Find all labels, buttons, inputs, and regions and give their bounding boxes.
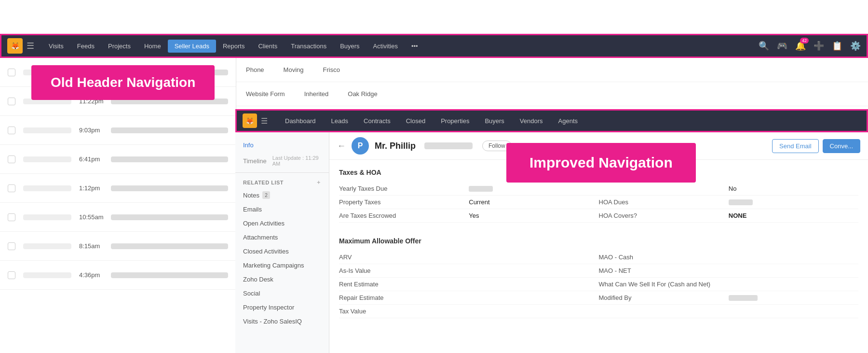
old-nav-seller-leads[interactable]: Seller Leads bbox=[168, 40, 216, 53]
repair-estimate-label: Repair Estimate bbox=[339, 294, 469, 301]
table-blur bbox=[111, 185, 228, 191]
mao-net-label: MAO - NET bbox=[599, 267, 729, 274]
old-nav-buyers[interactable]: Buyers bbox=[333, 40, 366, 53]
sidebar-notes-link[interactable]: Notes 2 bbox=[235, 188, 329, 202]
notification-badge: 42 bbox=[800, 38, 809, 43]
new-nav-closed[interactable]: Closed bbox=[398, 114, 433, 127]
table-time: 4:36pm bbox=[79, 271, 103, 279]
right-bg-cell: Oak Ridge bbox=[348, 90, 377, 98]
tax-value-label: Tax Value bbox=[339, 308, 469, 315]
old-header-right-icons: 🔍 🎮 🔔 42 ➕ 📋 ⚙️ bbox=[759, 41, 861, 51]
right-bg-cell: Website Form bbox=[246, 90, 285, 98]
yearly-taxes-label: Yearly Taxes Due bbox=[339, 185, 469, 192]
table-time: 8:15am bbox=[79, 242, 103, 250]
add-icon[interactable]: ➕ bbox=[814, 41, 824, 51]
new-nav-agents[interactable]: Agents bbox=[551, 114, 585, 127]
hoa-covers-value: NONE bbox=[729, 212, 858, 219]
sidebar-attachments-link[interactable]: Attachments bbox=[235, 230, 329, 244]
contact-name-blurred bbox=[424, 142, 473, 149]
new-nav-dashboard[interactable]: Dashboard bbox=[277, 114, 324, 127]
hoa-covers-label: HOA Covers? bbox=[599, 212, 729, 219]
modified-by-value-blur bbox=[729, 295, 758, 301]
table-blur bbox=[111, 214, 228, 220]
right-bg-cell: Phone bbox=[246, 66, 264, 73]
sidebar-info-link[interactable]: Info bbox=[235, 138, 329, 152]
back-button[interactable]: ← bbox=[337, 141, 346, 151]
table-checkbox[interactable] bbox=[8, 127, 15, 134]
table-checkbox[interactable] bbox=[8, 98, 15, 105]
old-nav-home[interactable]: Home bbox=[137, 40, 168, 53]
new-header-nav: Dashboard Leads Contracts Closed Propert… bbox=[277, 114, 585, 127]
convert-button[interactable]: Conve... bbox=[823, 139, 860, 153]
taxes-escrowed-value: Yes bbox=[469, 212, 598, 219]
contact-name: Mr. Phillip bbox=[375, 141, 416, 151]
right-bg-row: Phone Moving Frisco bbox=[236, 58, 868, 82]
sidebar-open-activities-link[interactable]: Open Activities bbox=[235, 216, 329, 230]
table-checkbox[interactable] bbox=[8, 213, 15, 221]
table-checkbox[interactable] bbox=[8, 271, 15, 279]
sidebar-closed-activities-link[interactable]: Closed Activities bbox=[235, 244, 329, 258]
sidebar-marketing-link[interactable]: Marketing Campaigns bbox=[235, 258, 329, 272]
old-nav-visits[interactable]: Visits bbox=[42, 40, 70, 53]
sidebar-visits-zoho-link[interactable]: Visits - Zoho SalesIQ bbox=[235, 314, 329, 328]
send-email-button[interactable]: Send Email bbox=[772, 139, 818, 153]
table-date bbox=[23, 243, 71, 249]
table-time: 10:55am bbox=[79, 213, 103, 221]
settings-icon[interactable]: ⚙️ bbox=[850, 41, 861, 51]
table-date bbox=[23, 156, 71, 162]
notes-label: Notes bbox=[243, 192, 259, 199]
table-checkbox[interactable] bbox=[8, 242, 15, 250]
new-nav-buyers[interactable]: Buyers bbox=[477, 114, 512, 127]
old-nav-more[interactable]: ••• bbox=[405, 40, 425, 53]
property-taxes-value: Current bbox=[469, 198, 598, 206]
table-checkbox[interactable] bbox=[8, 69, 15, 76]
sidebar-social-link[interactable]: Social bbox=[235, 286, 329, 300]
yearly-taxes-value-blur bbox=[469, 186, 493, 192]
old-header-bar: 🦊 ☰ Visits Feeds Projects Home Seller Le… bbox=[0, 34, 868, 58]
avatar: P bbox=[352, 137, 369, 155]
table-checkbox[interactable] bbox=[8, 184, 15, 192]
old-header-logo: 🦊 bbox=[7, 38, 23, 54]
game-icon[interactable]: 🎮 bbox=[777, 41, 787, 51]
right-bg-row: Website Form Inherited Oak Ridge bbox=[236, 82, 868, 106]
new-header-hamburger-icon[interactable]: ☰ bbox=[261, 116, 268, 126]
timeline-row: Timeline Last Update : 11:29 AM bbox=[235, 152, 329, 169]
arv-label: ARV bbox=[339, 254, 469, 261]
old-header-hamburger-icon[interactable]: ☰ bbox=[27, 41, 34, 51]
new-nav-leads[interactable]: Leads bbox=[324, 114, 356, 127]
bookmark-icon[interactable]: 📋 bbox=[832, 41, 842, 51]
old-nav-feeds[interactable]: Feeds bbox=[70, 40, 101, 53]
table-area: 3:10pm 11:22pm 9:03pm 6:41pm 1:12pm 10:5… bbox=[0, 58, 236, 353]
hoa-dues-value-blur bbox=[729, 199, 753, 205]
table-date bbox=[23, 185, 71, 191]
table-blur bbox=[111, 272, 228, 278]
old-nav-transactions[interactable]: Transactions bbox=[284, 40, 333, 53]
search-icon[interactable]: 🔍 bbox=[759, 41, 769, 51]
new-nav-properties[interactable]: Properties bbox=[433, 114, 477, 127]
new-header-bar: 🦊 ☰ Dashboard Leads Contracts Closed Pro… bbox=[235, 109, 868, 132]
add-related-icon[interactable]: ＋ bbox=[316, 179, 322, 186]
rent-estimate-label: Rent Estimate bbox=[339, 281, 469, 288]
improved-navigation-label: Improved Navigation bbox=[506, 143, 696, 183]
property-taxes-label: Property Taxes bbox=[339, 198, 469, 206]
old-nav-projects[interactable]: Projects bbox=[101, 40, 137, 53]
table-row: 1:12pm bbox=[0, 174, 236, 203]
sidebar-property-inspector-link[interactable]: Property Inspector bbox=[235, 300, 329, 314]
table-checkbox[interactable] bbox=[8, 155, 15, 163]
modified-by-label: Modified By bbox=[599, 294, 729, 301]
table-time: 6:41pm bbox=[79, 155, 103, 163]
new-nav-contracts[interactable]: Contracts bbox=[356, 114, 398, 127]
old-nav-activities[interactable]: Activities bbox=[366, 40, 405, 53]
notification-icon[interactable]: 🔔 42 bbox=[795, 41, 806, 51]
old-nav-reports[interactable]: Reports bbox=[216, 40, 252, 53]
hoa-dues-label: HOA Dues bbox=[599, 198, 729, 206]
notes-badge: 2 bbox=[262, 191, 270, 199]
new-nav-vendors[interactable]: Vendors bbox=[512, 114, 551, 127]
table-row: 9:03pm bbox=[0, 116, 236, 145]
table-date bbox=[23, 127, 71, 133]
sidebar-emails-link[interactable]: Emails bbox=[235, 202, 329, 216]
table-date bbox=[23, 214, 71, 220]
sidebar-zoho-desk-link[interactable]: Zoho Desk bbox=[235, 272, 329, 286]
timeline-label[interactable]: Timeline bbox=[243, 157, 267, 165]
old-nav-clients[interactable]: Clients bbox=[251, 40, 284, 53]
